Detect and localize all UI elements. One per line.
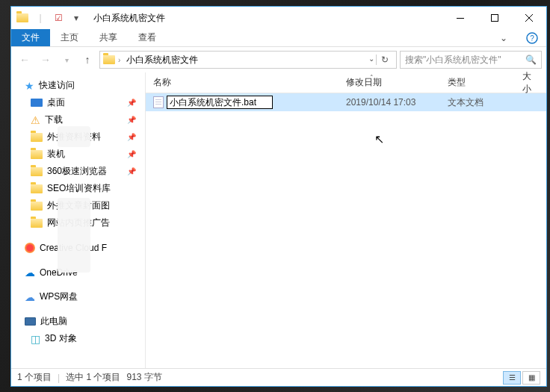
- svg-rect-0: [457, 18, 464, 19]
- help-icon[interactable]: ?: [518, 29, 546, 46]
- sidebar-item-folder[interactable]: 装机📌: [11, 146, 145, 163]
- mouse-cursor-icon: ↖: [374, 132, 384, 146]
- selection-count: 选中 1 个项目: [66, 371, 120, 384]
- 3d-objects-icon: ◫: [31, 333, 40, 345]
- forward-button: →: [37, 51, 55, 69]
- search-icon[interactable]: 🔍: [525, 55, 537, 65]
- sidebar-wps[interactable]: ☁WPS网盘: [11, 288, 145, 305]
- star-icon: ★: [25, 80, 34, 92]
- pin-icon: 📌: [127, 133, 136, 141]
- titlebar: | ☑ ▾ 小白系统机密文件: [11, 7, 546, 29]
- column-size[interactable]: 大小: [515, 70, 546, 96]
- sidebar-quick-access[interactable]: ★快速访问: [11, 77, 145, 94]
- sidebar-item-3d-objects[interactable]: ◫3D 对象: [11, 330, 145, 347]
- tab-file[interactable]: 文件: [11, 29, 50, 46]
- qat-dropdown-icon[interactable]: ▾: [68, 10, 84, 26]
- view-icons-button[interactable]: ▦: [522, 371, 540, 385]
- column-date[interactable]: 修改日期: [339, 76, 440, 89]
- folder-icon: [31, 202, 43, 211]
- desktop-icon: [31, 99, 43, 107]
- sidebar-item-folder[interactable]: SEO培训资料库: [11, 180, 145, 197]
- pin-icon: 📌: [127, 99, 136, 107]
- recent-dropdown[interactable]: ▾: [58, 51, 75, 69]
- column-headers: 名称 修改日期 类型 大小: [146, 72, 546, 93]
- search-input[interactable]: 搜索"小白系统机密文件" 🔍: [400, 51, 542, 69]
- up-button[interactable]: ↑: [78, 51, 96, 69]
- breadcrumb[interactable]: 小白系统机密文件: [123, 54, 201, 66]
- explorer-window: | ☑ ▾ 小白系统机密文件 文件 主页 共享 查看 ⌄ ? ← → ▾ ↑ ›…: [10, 6, 547, 387]
- view-details-button[interactable]: ☰: [503, 371, 521, 385]
- window-title: 小白系统机密文件: [87, 12, 443, 25]
- sort-indicator-icon: ˄: [370, 74, 374, 81]
- file-date: 2019/10/14 17:03: [339, 97, 440, 108]
- refresh-icon[interactable]: ↻: [376, 55, 393, 65]
- pin-icon: 📌: [127, 167, 136, 175]
- pin-icon: 📌: [127, 116, 136, 124]
- file-row[interactable]: 2019/10/14 17:03 文本文档: [146, 93, 546, 111]
- close-button[interactable]: [512, 7, 546, 29]
- folder-icon: [31, 150, 43, 159]
- minimize-button[interactable]: [443, 7, 478, 29]
- tab-share[interactable]: 共享: [89, 29, 128, 46]
- folder-icon: [31, 133, 43, 142]
- sidebar-item-desktop[interactable]: 桌面📌: [11, 94, 145, 111]
- sidebar-this-pc[interactable]: 此电脑: [11, 313, 145, 330]
- onedrive-icon: ☁: [25, 267, 35, 279]
- path-box[interactable]: › 小白系统机密文件 ⌄ ↻: [99, 51, 397, 69]
- text-file-icon: [153, 96, 164, 108]
- creative-cloud-icon: [25, 243, 35, 253]
- warning-icon: ⚠: [31, 114, 40, 126]
- ribbon-tabs: 文件 主页 共享 查看 ⌄ ?: [11, 29, 546, 47]
- ribbon-expand-icon[interactable]: ⌄: [489, 29, 518, 46]
- qat-separator: |: [32, 10, 49, 26]
- folder-icon: [31, 167, 43, 176]
- folder-icon: [103, 55, 115, 64]
- folder-icon: [31, 219, 43, 228]
- selection-bytes: 913 字节: [126, 371, 161, 384]
- pc-icon: [25, 317, 36, 326]
- column-type[interactable]: 类型: [440, 76, 515, 89]
- wps-cloud-icon: ☁: [25, 291, 35, 303]
- statusbar: 1 个项目 | 选中 1 个项目 913 字节 ☰ ▦: [11, 368, 546, 386]
- folder-icon: [31, 184, 43, 193]
- back-button[interactable]: ←: [16, 51, 34, 69]
- item-count: 1 个项目: [17, 371, 52, 384]
- pin-icon: 📌: [127, 150, 136, 158]
- maximize-button[interactable]: [478, 7, 512, 29]
- search-placeholder: 搜索"小白系统机密文件": [405, 54, 501, 66]
- addressbar: ← → ▾ ↑ › 小白系统机密文件 ⌄ ↻ 搜索"小白系统机密文件" 🔍: [11, 47, 546, 72]
- tab-home[interactable]: 主页: [50, 29, 89, 46]
- file-type: 文本文档: [440, 96, 515, 109]
- svg-rect-1: [492, 15, 498, 22]
- sidebar-item-folder[interactable]: 360极速浏览器📌: [11, 163, 145, 180]
- folder-icon: [14, 10, 31, 26]
- qat-properties-icon[interactable]: ☑: [50, 10, 67, 26]
- rename-input[interactable]: [167, 96, 273, 109]
- column-name[interactable]: 名称: [146, 76, 339, 89]
- tab-view[interactable]: 查看: [128, 29, 167, 46]
- svg-text:?: ?: [530, 34, 534, 43]
- file-list[interactable]: ˄ 名称 修改日期 类型 大小 2019/10/14 17:03 文本文档 ↖: [146, 72, 546, 368]
- path-dropdown-icon[interactable]: ⌄: [368, 55, 374, 65]
- nav-pane[interactable]: ★快速访问 桌面📌 ⚠下载📌 外推资料资料📌 装机📌 360极速浏览器📌 SEO…: [11, 72, 146, 368]
